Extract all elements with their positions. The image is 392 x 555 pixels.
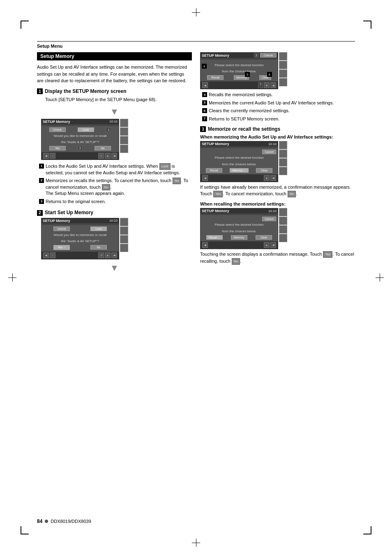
memorize-msg1: Please select the desired function	[202, 155, 276, 160]
step1-bottom-icon-2: ○	[50, 153, 55, 159]
recall-screen-body: Cancel Please select the desired functio…	[201, 215, 278, 241]
step-1-num: 1	[37, 88, 43, 94]
recall-no-inline: No	[232, 258, 240, 265]
header-section-label: Setup Menu	[37, 44, 62, 49]
memorize-clear-btn[interactable]: Clear	[256, 168, 272, 173]
right-screen-1-bottom-right: 7 ▲ ◀	[258, 82, 276, 88]
memorize-memory-btn[interactable]: Memory ☞	[230, 168, 248, 173]
recall-msg1: Please select the desired function	[202, 222, 276, 227]
recall-buttons: Recall ☞ Memory Clear	[202, 235, 276, 240]
step2-bottom-right-icons: ↺ ▲ ◀	[98, 252, 117, 258]
recall-bottom-icon-1: ◀	[202, 242, 208, 248]
step2-bottom-left-icons: ◀ ○	[43, 252, 55, 258]
right-cancel-btn-1[interactable]: Cancel	[260, 53, 277, 58]
step1-title-bar: SETUP Memory 10:10	[42, 119, 119, 124]
memorize-sub-heading: When memorizing the Audio Set Up and AV …	[200, 134, 355, 139]
memorize-buttons: Recall Memory ☞ Clear	[202, 168, 276, 173]
step1-yes-btn[interactable]: Yes	[49, 146, 66, 150]
intro-text: Audio Set Up and AV Interface settings c…	[37, 64, 192, 84]
rs-icon-1	[279, 208, 287, 216]
right-recall-btn-1[interactable]: Recall	[207, 75, 224, 80]
right-top-screen-flex: SETUP Memory 2 Cancel Please select the …	[200, 52, 355, 89]
ms-icon-1	[279, 141, 287, 149]
right-notes: 4 Recalls the memorized settings. 5 Memo…	[202, 92, 355, 122]
step2-unlock-btn[interactable]: Unlock	[53, 227, 70, 231]
step2-bottom-icon-1: ◀	[43, 252, 49, 258]
crosshair-top	[192, 8, 200, 16]
step2-title-bar: SETUP Memory 10:10	[42, 218, 119, 223]
right-badge-2: 2	[254, 53, 259, 58]
memorize-bottom-icon-1: ◀	[202, 175, 208, 181]
badge-5: 5	[245, 72, 250, 77]
step1-unlock-btn[interactable]: Unlock	[49, 127, 66, 132]
right-note-4: 4 Recalls the memorized settings.	[202, 92, 355, 98]
recall-note: Touching the screen displays a confirmat…	[200, 251, 355, 265]
step2-bottom-icon-4: ▲	[105, 252, 111, 258]
step2-screen-area: SETUP Memory 10:10 Unlock Lock Would you…	[41, 218, 192, 259]
right-note-text-5: Memorizes the current Audio Set Up and A…	[209, 100, 334, 106]
step1-badge1: 1	[106, 127, 111, 132]
step2-no-btn[interactable]: No	[90, 245, 107, 250]
step2-bottom-icon-3: ↺	[98, 252, 104, 258]
ms-icon-3	[279, 158, 287, 166]
memorize-recall-btn[interactable]: Recall	[206, 168, 222, 173]
right-note-num-4: 4	[202, 92, 207, 97]
ms-icon-4	[279, 167, 287, 175]
recall-screen-title: SETUP Memory	[202, 209, 229, 213]
right-note-num-6: 6	[202, 108, 207, 113]
bullet-separator	[45, 520, 48, 523]
right-screen-1-bottom-icon-3: ◀	[270, 82, 276, 88]
no-inline-btn-1: No	[173, 178, 181, 184]
note-item-3: 3 Returns to the original screen.	[39, 199, 192, 205]
right-screen-1-msg1: Please select the desired function	[202, 63, 276, 67]
recall-memory-btn[interactable]: Memory	[231, 235, 247, 240]
step1-lock-btn[interactable]: Lock	[78, 127, 94, 132]
memorize-note: If settings have already been memorized,…	[200, 184, 355, 198]
step1-message1: Would you like to memorize or recall	[43, 134, 117, 138]
model-label: DDX8019/DDX8039	[51, 519, 91, 524]
right-screen-1-msg2: from the choices below.	[202, 69, 276, 74]
right-top-screen-area: SETUP Memory 2 Cancel Please select the …	[200, 52, 355, 89]
page-content: Setup Menu Setup Memory Audio Set Up and…	[37, 41, 355, 514]
step2-yes-btn[interactable]: Yes ☞	[53, 245, 70, 250]
recall-clear-btn[interactable]: Clear	[256, 235, 272, 240]
note-text-3: Returns to the original screen.	[46, 199, 106, 205]
step1-r-icon-3	[120, 136, 128, 144]
memorize-cancel-btn[interactable]: Cancel	[262, 150, 276, 154]
step1-badge2: 2	[78, 146, 83, 150]
memorize-screen-body: Cancel Please select the desired functio…	[201, 148, 278, 174]
memorize-heading-text: When memorizing the Audio Set Up and AV …	[200, 134, 333, 139]
crosshair-right	[376, 273, 384, 282]
arrow-down-1: ▼	[110, 106, 119, 117]
right-screen-1-bottom-icon-1: ◀	[202, 82, 208, 88]
right-column: SETUP Memory 2 Cancel Please select the …	[200, 52, 355, 277]
corner-bracket-br	[363, 526, 371, 534]
step2-r-icon-4	[120, 244, 128, 252]
step2-r-icon-1	[120, 218, 128, 226]
right-screen-1-title: SETUP Memory	[202, 53, 229, 58]
recall-yes-inline: Yes	[323, 251, 332, 258]
step2-lock-btn[interactable]: Lock	[90, 227, 107, 231]
recall-cancel-btn[interactable]: Cancel	[262, 217, 276, 221]
right-screen-1-top-right: 2 Cancel	[254, 53, 277, 58]
step2-screen-title: SETUP Memory	[43, 219, 70, 223]
note-num-2: 2	[39, 178, 44, 183]
page-footer: 84 DDX8019/DDX8039	[37, 518, 91, 524]
right-note-7: 7 Returns to SETUP Memory screen.	[202, 116, 355, 122]
rs-icon-3	[279, 225, 287, 234]
right-screen-1-buttons: Recall Memory 5 Clear 6	[202, 75, 276, 80]
right-screen-1-title-bar: SETUP Memory 2 Cancel	[201, 53, 278, 58]
step1-no-btn[interactable]: No	[95, 146, 111, 150]
memorize-yes-inline: Yes	[213, 191, 223, 197]
step1-r-icon-1	[120, 119, 128, 127]
step1-screen-container: SETUP Memory 10:10 Unlock Lock 1 Would y…	[41, 119, 128, 160]
note-text-2: Memorizes or recalls the settings. To ca…	[46, 178, 192, 197]
recall-recall-btn[interactable]: Recall ☞	[206, 235, 222, 240]
step2-screen-time: 10:10	[109, 219, 118, 222]
bottom-arrow-area: ▼	[37, 263, 192, 273]
recall-bottom-icon-2: ▲	[264, 242, 270, 248]
step2-message1: Would you like to memorize or recall	[43, 233, 117, 237]
right-screen-1-bottom: ◀ 7 ▲ ◀	[201, 81, 278, 89]
two-col-layout: Setup Memory Audio Set Up and AV Interfa…	[37, 52, 355, 277]
step1-unlock-lock-row: Unlock Lock 1	[43, 127, 117, 132]
